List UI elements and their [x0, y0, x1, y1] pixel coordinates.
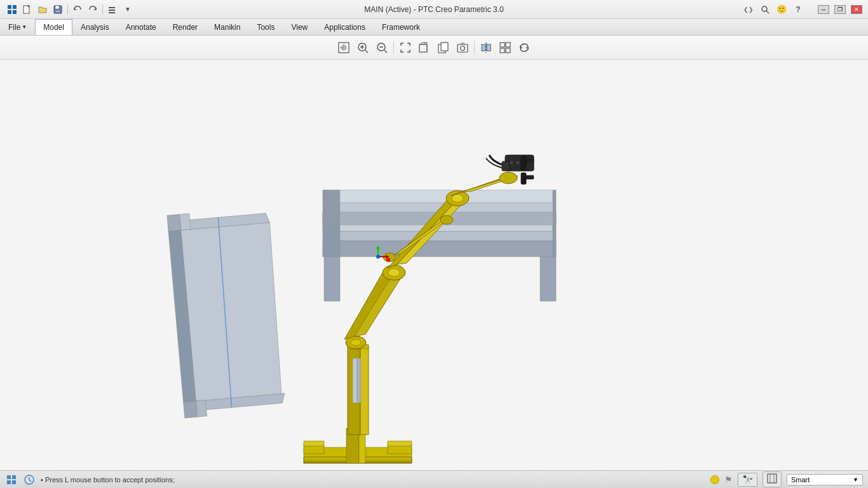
svg-rect-107 [12, 475, 16, 479]
svg-rect-33 [482, 44, 485, 51]
menu-view[interactable]: View [283, 19, 316, 35]
svg-marker-66 [304, 441, 324, 446]
svg-rect-36 [506, 43, 510, 47]
svg-rect-10 [109, 10, 115, 11]
perspective-button[interactable] [416, 39, 433, 57]
svg-marker-45 [180, 214, 191, 230]
svg-point-75 [351, 339, 361, 346]
menu-render[interactable]: Render [165, 19, 206, 35]
open-button[interactable] [36, 3, 50, 17]
svg-rect-92 [521, 173, 526, 184]
svg-point-12 [762, 6, 767, 11]
svg-rect-38 [506, 48, 510, 53]
svg-rect-34 [487, 44, 491, 51]
svg-rect-105 [386, 258, 390, 262]
svg-rect-2 [8, 10, 11, 14]
copy-view-button[interactable] [435, 39, 452, 57]
svg-rect-1 [13, 5, 17, 9]
toolbar-area [0, 36, 868, 60]
svg-rect-29 [441, 43, 448, 51]
svg-rect-91 [526, 159, 534, 163]
window-title: MAIN (Active) - PTC Creo Parametric 3.0 [364, 5, 503, 14]
app-icon[interactable] [5, 3, 19, 17]
menu-annotate[interactable]: Annotate [118, 19, 165, 35]
svg-rect-30 [458, 44, 468, 52]
status-indicator-dot [710, 475, 719, 484]
svg-line-112 [29, 480, 31, 482]
svg-marker-58 [323, 190, 553, 203]
refit-button[interactable] [397, 39, 414, 57]
viewport[interactable] [0, 60, 868, 470]
menu-tools[interactable]: Tools [248, 19, 283, 35]
svg-rect-25 [419, 44, 427, 52]
svg-point-80 [388, 269, 400, 276]
restore-button[interactable]: ❐ [834, 5, 846, 14]
svg-marker-73 [357, 358, 361, 403]
toolbar-sep-1 [393, 41, 394, 54]
quick-access-toolbar: ▼ [5, 3, 135, 17]
menu-model[interactable]: Model [35, 19, 72, 35]
menu-framework[interactable]: Framework [374, 19, 428, 35]
spin-button[interactable] [515, 39, 533, 57]
svg-rect-93 [526, 175, 534, 179]
view-box-button[interactable] [763, 471, 782, 487]
svg-point-87 [499, 172, 517, 184]
zoom-out-button[interactable] [373, 39, 391, 57]
svg-rect-113 [768, 474, 776, 483]
svg-line-23 [384, 50, 387, 53]
undo-button[interactable] [71, 3, 85, 17]
status-icon-left[interactable] [5, 473, 18, 486]
redo-button[interactable] [86, 3, 100, 17]
toolbar-sep-2 [474, 41, 475, 54]
svg-point-95 [516, 161, 520, 165]
search-icon[interactable] [759, 3, 771, 16]
menu-bar: File ▼ Model Analysis Annotate Render Ma… [0, 19, 868, 36]
zoom-fit-button[interactable] [335, 39, 353, 57]
svg-rect-0 [8, 5, 11, 9]
binoculars-button[interactable]: 🔭 [738, 473, 757, 487]
svg-rect-37 [500, 48, 505, 53]
svg-marker-60 [553, 190, 556, 225]
svg-rect-39 [0, 60, 868, 470]
camera-button[interactable] [454, 39, 471, 57]
customize-button[interactable] [105, 3, 119, 17]
status-icon-right[interactable] [23, 473, 36, 486]
chevron-icon[interactable]: ❮❯ [742, 3, 755, 16]
more-button[interactable]: ▼ [121, 3, 135, 17]
svg-rect-108 [7, 480, 11, 484]
section-button[interactable] [477, 39, 495, 57]
svg-rect-11 [109, 12, 115, 13]
svg-marker-72 [353, 358, 357, 403]
file-dropdown-arrow: ▼ [22, 24, 27, 30]
svg-marker-47 [196, 400, 207, 417]
svg-line-19 [365, 50, 368, 53]
status-flag-icon[interactable]: ⚑ [724, 475, 733, 485]
svg-marker-46 [184, 401, 198, 418]
close-button[interactable]: ✕ [851, 5, 862, 14]
zoom-in-button[interactable] [354, 39, 372, 57]
mode-dropdown[interactable]: Smart ▼ [787, 474, 863, 485]
toolbar-separator-2 [102, 4, 103, 15]
new-button[interactable] [20, 3, 34, 17]
status-bar: • Press L mouse button to accept positio… [0, 470, 868, 488]
svg-rect-8 [55, 10, 60, 13]
svg-rect-106 [7, 475, 11, 479]
help-icon[interactable]: ? [792, 3, 804, 16]
svg-point-104 [376, 255, 380, 259]
save-button[interactable] [51, 3, 65, 17]
view-manager-button[interactable] [496, 39, 514, 57]
svg-point-31 [461, 46, 465, 50]
svg-marker-44 [167, 214, 181, 231]
svg-marker-55 [540, 257, 556, 301]
status-message: • Press L mouse button to accept positio… [41, 476, 705, 484]
menu-manikin[interactable]: Manikin [206, 19, 248, 35]
smiley-icon[interactable]: 🙂 [775, 3, 788, 16]
window-controls: ❮❯ 🙂 ? ─ ❐ ✕ [742, 3, 863, 16]
menu-applications[interactable]: Applications [316, 19, 374, 35]
toolbar-separator [67, 4, 68, 15]
menu-file[interactable]: File ▼ [0, 19, 35, 35]
svg-marker-68 [388, 441, 412, 446]
menu-analysis[interactable]: Analysis [72, 19, 118, 35]
svg-rect-7 [55, 6, 59, 9]
minimize-button[interactable]: ─ [818, 5, 829, 14]
